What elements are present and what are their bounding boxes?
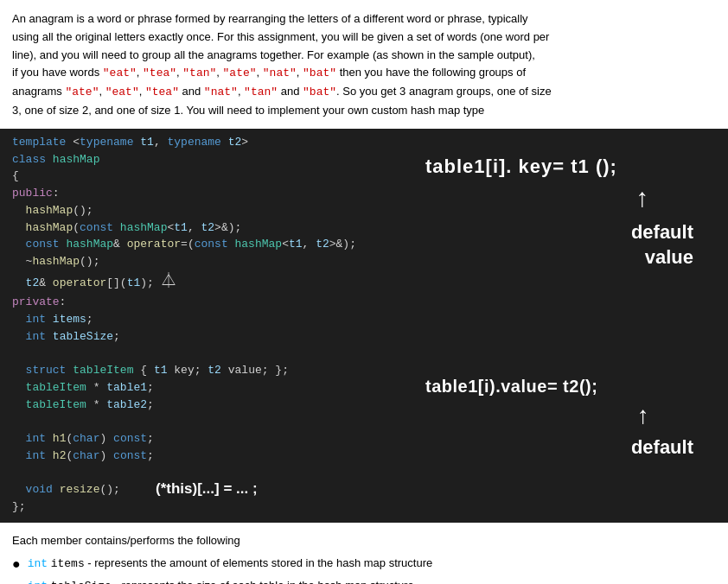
code-line-blank3 (12, 465, 716, 482)
desc-line3: line), and you will need to group all th… (12, 48, 535, 61)
code-line-16: tableItem * table2; (12, 397, 716, 414)
group-bat: "bat" (303, 86, 336, 98)
bullet-1-name: items (51, 557, 85, 570)
code-line-7: const hashMap& operator=(const hashMap<t… (12, 236, 716, 253)
code-line-blank1 (12, 345, 716, 362)
bullet-1-keyword: int (28, 557, 48, 570)
code-line-21: void resize(); (12, 481, 716, 498)
bullet-dot-1: ● (12, 554, 21, 574)
bullet-2-desc: - represents the size of each table in t… (115, 579, 414, 584)
code-line-8: ~hashMap(); (12, 253, 716, 270)
code-line-19: int h2(char) const; (12, 448, 716, 465)
desc-line4-after: then you have the following groups of (336, 66, 526, 79)
desc-line4-before: if you have words (12, 66, 103, 79)
word-ate1: "ate" (223, 67, 257, 79)
group-tan: "tan" (244, 86, 278, 98)
bullets-heading: Each member contains/performs the follow… (12, 531, 716, 550)
word-bat1: "bat" (303, 67, 336, 79)
bullet-item-1: ● int items - represents the amount of e… (12, 554, 716, 574)
description-area: An anagram is a word or phrase formed by… (0, 0, 728, 129)
code-line-9: t2& operator[](t1); ⏃ (12, 270, 716, 294)
code-line-11: int items; (12, 311, 716, 328)
bullet-2-content: int tableSize - represents the size of e… (28, 576, 414, 584)
code-line-4: public: (12, 185, 716, 202)
code-line-14: struct tableItem { t1 key; t2 value; }; (12, 362, 716, 379)
code-line-3: { (12, 168, 716, 185)
code-line-5: hashMap(); (12, 202, 716, 219)
group-ate: "ate" (65, 86, 99, 98)
desc-line6: 3, one of size 2, and one of size 1. You… (12, 104, 484, 117)
desc-line5-after: . So you get 3 anagram groups, one of si… (336, 85, 552, 98)
bullet-1-desc: - represents the amount of elements stor… (87, 556, 432, 569)
bullet-item-2: ● int tableSize - represents the size of… (12, 576, 716, 584)
bullet-1-content: int items - represents the amount of ele… (28, 554, 433, 574)
code-line-1: template <typename t1, typename t2> (12, 134, 716, 151)
code-area: template <typename t1, typename t2> clas… (0, 129, 728, 523)
bullet-dot-2: ● (12, 576, 21, 584)
group-tea: "tea" (145, 86, 179, 98)
code-line-12: int tableSize; (12, 328, 716, 346)
code-line-blank2 (12, 413, 716, 430)
group-nat: "nat" (204, 86, 238, 98)
bullet-2-keyword: int (28, 580, 48, 584)
code-line-18: int h1(char) const; (12, 430, 716, 448)
code-line-2: class hashMap (12, 151, 716, 168)
code-line-15: tableItem * table1; (12, 379, 716, 397)
code-line-6: hashMap(const hashMap<t1, t2>&); (12, 219, 716, 237)
group-eat: "eat" (105, 86, 139, 98)
desc-line5-before: anagrams (12, 85, 65, 98)
bullets-area: Each member contains/performs the follow… (0, 523, 728, 584)
code-line-22: }; (12, 498, 716, 516)
bullet-2-name: tableSize (51, 580, 112, 584)
code-line-10: private: (12, 294, 716, 311)
desc-line2: using all the original letters exactly o… (12, 30, 549, 43)
word-tan1: "tan" (182, 67, 216, 79)
desc-line1: An anagram is a word or phrase formed by… (12, 12, 528, 25)
word-eat1: "eat" (103, 67, 137, 79)
word-tea1: "tea" (143, 67, 176, 79)
word-nat1: "nat" (263, 67, 297, 79)
